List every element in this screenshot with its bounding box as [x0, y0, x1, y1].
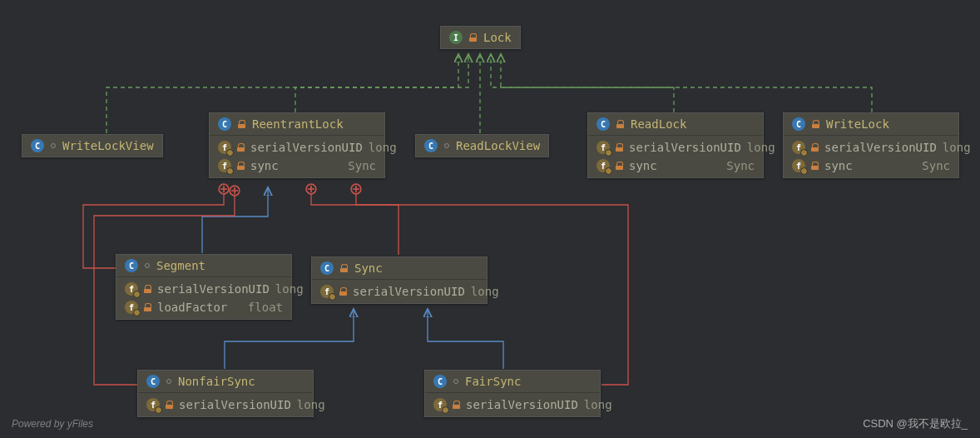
field-type: long [943, 141, 971, 154]
node-header: C FairSync [425, 371, 600, 393]
field-type: long [275, 282, 304, 296]
node-header: I Lock [441, 27, 520, 48]
field-icon: f [320, 285, 334, 298]
lock-icon [616, 120, 624, 128]
class-name: WriteLockView [62, 139, 154, 152]
lock-icon [616, 162, 623, 170]
class-name: ReadLock [631, 117, 686, 131]
lock-icon [811, 162, 819, 170]
field-icon: f [433, 398, 447, 411]
lock-icon [238, 120, 245, 128]
lock-icon [166, 401, 173, 409]
field-type: Sync [348, 159, 376, 172]
field-row: f loadFactor float [116, 298, 291, 316]
field-name: serialVersionUID [250, 141, 363, 154]
field-row: f serialVersionUID long [784, 138, 958, 157]
class-icon: C [596, 117, 610, 131]
class-name: Segment [156, 259, 205, 272]
field-name: serialVersionUID [466, 398, 578, 411]
class-icon: C [31, 139, 44, 152]
field-name: serialVersionUID [353, 285, 465, 298]
lock-icon [812, 120, 819, 128]
node-header: C WriteLockView [22, 135, 162, 157]
node-readlockview[interactable]: C ReadLockView [415, 134, 549, 157]
lock-icon [453, 401, 460, 409]
powered-by-label: Powered by yFiles [12, 418, 93, 430]
node-fields: f serialVersionUID long [138, 393, 313, 416]
field-name: loadFactor [157, 301, 227, 314]
node-nonfairsync[interactable]: C NonfairSync f serialVersionUID long [137, 370, 314, 417]
dot-icon [51, 143, 56, 148]
node-fields: f serialVersionUID long [425, 393, 600, 416]
lock-icon [340, 264, 348, 272]
lock-icon [469, 33, 477, 42]
dot-icon [444, 143, 449, 148]
field-row: f serialVersionUID long [116, 280, 291, 298]
class-name: WriteLock [826, 117, 889, 131]
field-name: serialVersionUID [179, 398, 291, 411]
class-name: Sync [354, 261, 383, 275]
node-header: C Segment [116, 255, 291, 277]
field-type: long [747, 141, 775, 154]
field-type: Sync [922, 159, 950, 172]
class-icon: C [218, 117, 231, 131]
node-fields: f serialVersionUID long f loadFactor flo… [116, 277, 291, 319]
field-row: f serialVersionUID long [312, 282, 487, 301]
class-icon: C [424, 139, 438, 152]
lock-icon [144, 285, 151, 293]
class-icon: C [433, 375, 447, 388]
node-reentrantlock[interactable]: C ReentrantLock f serialVersionUID long … [209, 112, 385, 178]
field-row: f sync Sync [210, 157, 384, 175]
field-row: f sync Sync [784, 157, 958, 175]
node-fields: f serialVersionUID long [312, 280, 487, 303]
class-icon: C [320, 261, 334, 275]
node-readlock[interactable]: C ReadLock f serialVersionUID long f syn… [587, 112, 764, 178]
field-icon: f [146, 398, 160, 411]
node-header: C ReadLock [588, 113, 763, 136]
field-row: f serialVersionUID long [425, 396, 600, 414]
node-fields: f serialVersionUID long f sync Sync [210, 136, 384, 177]
field-icon: f [125, 301, 138, 314]
field-icon: f [792, 159, 805, 172]
dot-icon [166, 379, 171, 384]
field-row: f sync Sync [588, 157, 763, 175]
field-type: long [471, 285, 499, 298]
dot-icon [453, 379, 458, 384]
class-icon: C [146, 375, 160, 388]
field-row: f serialVersionUID long [210, 138, 384, 157]
node-header: C WriteLock [784, 113, 958, 136]
node-sync[interactable]: C Sync f serialVersionUID long [311, 256, 488, 304]
field-icon: f [125, 282, 138, 296]
lock-icon [237, 162, 245, 170]
lock-icon [811, 143, 819, 152]
node-header: C NonfairSync [138, 371, 313, 393]
node-header: C Sync [312, 257, 487, 280]
class-icon: C [125, 259, 138, 272]
node-segment[interactable]: C Segment f serialVersionUID long f load… [116, 254, 292, 320]
field-type: long [297, 398, 325, 411]
field-icon: f [596, 141, 610, 154]
field-row: f serialVersionUID long [588, 138, 763, 157]
class-name: FairSync [465, 375, 521, 388]
field-name: serialVersionUID [157, 282, 270, 296]
node-writelock[interactable]: C WriteLock f serialVersionUID long f sy… [783, 112, 959, 178]
class-name: ReentrantLock [252, 117, 344, 131]
field-icon: f [596, 159, 610, 172]
class-name: ReadLockView [456, 139, 540, 152]
lock-icon [616, 143, 623, 152]
node-fairsync[interactable]: C FairSync f serialVersionUID long [424, 370, 601, 417]
field-icon: f [218, 141, 231, 154]
field-type: Sync [726, 159, 755, 172]
field-row: f serialVersionUID long [138, 396, 313, 414]
diagram-canvas[interactable]: I Lock C WriteLockView C ReentrantLock f… [0, 0, 980, 438]
interface-icon: I [449, 31, 463, 44]
field-name: serialVersionUID [629, 141, 741, 154]
node-fields: f serialVersionUID long f sync Sync [784, 136, 958, 177]
field-name: sync [824, 159, 853, 172]
field-name: serialVersionUID [824, 141, 937, 154]
node-fields: f serialVersionUID long f sync Sync [588, 136, 763, 177]
field-icon: f [792, 141, 805, 154]
node-writelockview[interactable]: C WriteLockView [22, 134, 163, 157]
node-lock[interactable]: I Lock [440, 26, 521, 49]
dot-icon [145, 263, 150, 268]
